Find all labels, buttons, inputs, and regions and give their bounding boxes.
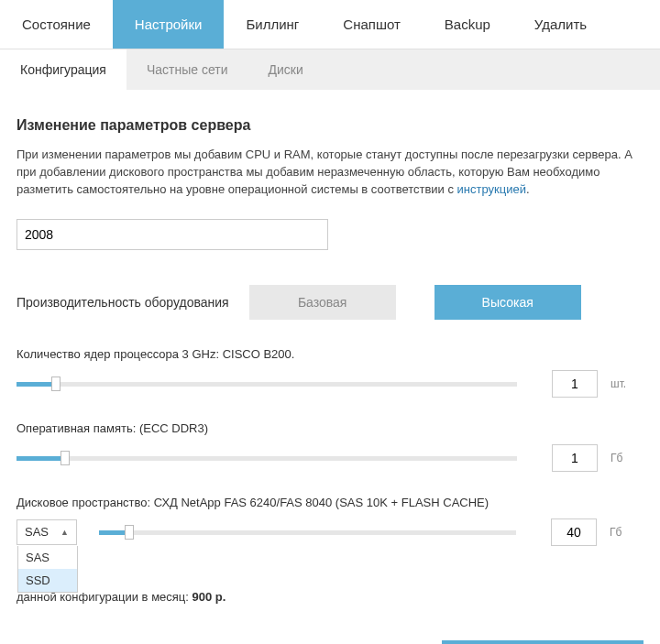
cpu-slider[interactable] — [16, 378, 517, 389]
disk-option-ssd[interactable]: SSD — [18, 569, 77, 592]
disk-slider-handle[interactable] — [125, 525, 134, 540]
cpu-slider-handle[interactable] — [51, 377, 60, 391]
description-text-b: . — [526, 182, 530, 196]
ram-block: Оперативная память: (ECC DDR3) Гб — [16, 421, 644, 472]
tab-billing[interactable]: Биллинг — [224, 0, 321, 49]
disk-type-select[interactable]: SAS ▲ SAS SSD — [16, 519, 77, 545]
performance-base-button[interactable]: Базовая — [249, 285, 396, 320]
cpu-label: Количество ядер процессора 3 GHz: CISCO … — [16, 347, 644, 361]
price-line: данной конфигурации в месяц: 900 р. — [16, 590, 644, 604]
cpu-unit: шт. — [610, 377, 629, 390]
ram-label: Оперативная память: (ECC DDR3) — [16, 421, 644, 435]
performance-label: Производительность оборудования — [16, 295, 229, 310]
cpu-block: Количество ядер процессора 3 GHz: CISCO … — [16, 347, 644, 398]
server-name-input[interactable] — [16, 219, 328, 250]
tab-delete[interactable]: Удалить — [512, 0, 609, 49]
disk-type-dropdown: SAS SSD — [17, 546, 78, 593]
ram-value-input[interactable] — [552, 444, 598, 472]
page-title: Изменение параметров сервера — [16, 117, 644, 134]
sub-tabs: Конфигурация Частные сети Диски — [0, 49, 660, 90]
disk-type-selected: SAS — [25, 525, 49, 539]
caret-up-icon: ▲ — [60, 528, 69, 537]
performance-row: Производительность оборудования Базовая … — [16, 285, 644, 320]
ram-slider-handle[interactable] — [60, 451, 70, 465]
subtab-disks[interactable]: Диски — [248, 49, 324, 90]
disk-block: Дисковое пространство: СХД NetApp FAS 62… — [16, 496, 644, 546]
main-tabs: Состояние Настройки Биллинг Снапшот Back… — [0, 0, 660, 49]
instruction-link[interactable]: инструкцией — [457, 182, 526, 196]
tab-settings[interactable]: Настройки — [113, 0, 225, 49]
cpu-value-input[interactable] — [552, 370, 598, 398]
disk-label: Дисковое пространство: СХД NetApp FAS 62… — [16, 496, 644, 509]
description: При изменении параметров мы добавим CPU … — [16, 147, 644, 199]
submit-button[interactable]: Перезагрузить и изменить — [442, 640, 644, 644]
tab-backup[interactable]: Backup — [423, 0, 512, 49]
ram-slider[interactable] — [16, 453, 517, 464]
performance-high-button[interactable]: Высокая — [434, 285, 581, 320]
subtab-private-networks[interactable]: Частные сети — [126, 49, 248, 90]
disk-slider[interactable] — [99, 527, 516, 538]
price-value: 900 р. — [192, 590, 226, 604]
tab-snapshot[interactable]: Снапшот — [321, 0, 423, 49]
content: Изменение параметров сервера При изменен… — [0, 90, 660, 644]
tab-status[interactable]: Состояние — [0, 0, 113, 49]
ram-unit: Гб — [610, 452, 629, 464]
disk-option-sas[interactable]: SAS — [18, 546, 77, 569]
disk-unit: Гб — [610, 526, 628, 539]
description-text-a: При изменении параметров мы добавим CPU … — [16, 147, 632, 196]
subtab-configuration[interactable]: Конфигурация — [0, 49, 126, 90]
disk-value-input[interactable] — [551, 518, 597, 546]
